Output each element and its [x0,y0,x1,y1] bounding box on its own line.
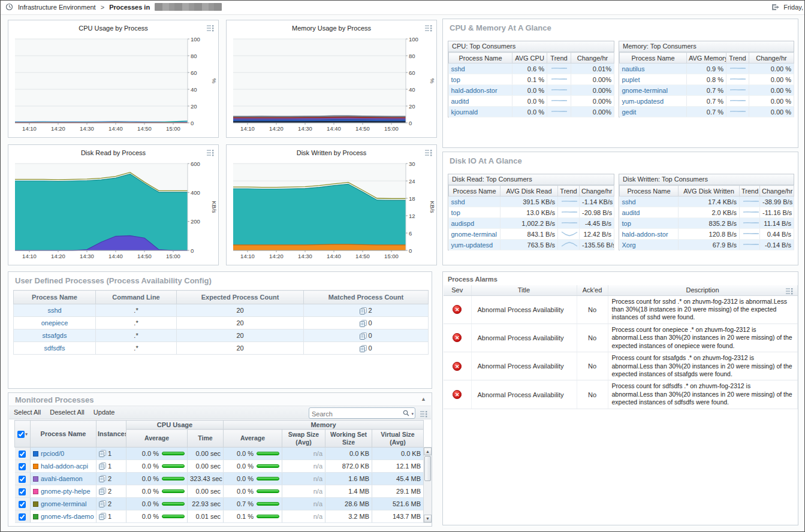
column-header[interactable]: AVG Disk Written [679,186,740,197]
column-header[interactable]: Command Line [96,291,177,304]
process-link[interactable]: yum-updatesd [622,98,664,105]
time-range-icon[interactable] [5,2,13,16]
customizer-icon[interactable] [424,149,432,158]
checkbox-caret-icon[interactable]: ▾ [25,432,28,436]
row-checkbox[interactable] [19,513,26,521]
row-checkbox[interactable] [19,488,26,495]
customizer-icon[interactable] [206,25,214,33]
avg-value: 0.0 % [512,96,547,107]
search-icon[interactable]: ▾ [402,409,414,419]
process-link[interactable]: auditd [622,209,640,216]
search-caret-icon[interactable]: ▾ [411,412,414,416]
column-header[interactable]: Process Name [620,53,687,64]
column-header[interactable]: Trend [558,186,580,197]
column-header[interactable]: Process Name [620,186,679,197]
process-link[interactable]: hald-addon-stor [622,231,668,238]
column-header[interactable]: Change/hr [571,53,614,64]
row-checkbox[interactable] [19,501,26,508]
column-header[interactable]: AVG Memory [687,53,726,64]
error-icon[interactable]: ✕ [453,390,462,399]
column-header[interactable]: Time [188,430,224,448]
process-link[interactable]: stsafgds [43,332,67,339]
column-header[interactable]: Working Set Size [325,430,372,448]
column-header[interactable]: AVG CPU [512,53,547,64]
search-input[interactable] [309,409,394,419]
process-link[interactable]: onepiece [41,319,68,327]
column-header[interactable]: Virtual Size (Avg) [372,430,424,448]
column-header[interactable]: Description [608,285,797,295]
process-link[interactable]: puplet [622,76,640,83]
error-icon[interactable]: ✕ [453,362,462,371]
scroll-up-button[interactable]: ▲ [424,448,432,455]
exit-icon[interactable] [771,2,780,16]
row-checkbox[interactable] [19,451,26,458]
process-link[interactable]: top [451,209,460,216]
column-header[interactable]: AVG Disk Read [501,186,558,197]
column-header[interactable]: Average [224,430,282,448]
details-icon[interactable] [360,307,367,315]
process-link[interactable]: hald-addon-stor [451,87,498,94]
process-link[interactable]: top [451,76,460,83]
breadcrumb-root[interactable]: Infrastructure Environment [18,4,96,11]
deselect-all-link[interactable]: Deselect All [50,409,84,416]
column-header[interactable]: Expected Process Count [177,291,304,304]
collapse-icon[interactable]: ▲ [421,396,426,402]
column-header[interactable]: Trend [740,186,760,197]
process-link[interactable]: gnome-pty-helpe [41,488,91,495]
vertical-scrollbar[interactable]: ▲ ▼ [423,447,432,523]
scroll-thumb[interactable] [424,456,431,481]
process-link[interactable]: kjournald [451,108,478,116]
column-header[interactable]: Process Name [449,53,512,64]
process-link[interactable]: yum-updatesd [451,241,493,249]
process-link[interactable]: rpciod/0 [41,450,64,457]
error-icon[interactable]: ✕ [453,333,462,342]
column-header[interactable]: Trend [547,53,571,64]
column-header[interactable]: Average [126,430,188,448]
column-header[interactable]: Process Name [449,186,501,197]
scroll-down-button[interactable]: ▼ [424,515,432,522]
select-all-link[interactable]: Select All [14,409,41,416]
column-header[interactable]: Title [471,285,577,295]
column-header[interactable]: Swap Size (Avg) [282,430,325,448]
process-link[interactable]: sshd [451,198,465,205]
column-header[interactable]: Trend [726,53,749,64]
process-link[interactable]: sshd [47,307,61,314]
customizer-icon[interactable] [424,25,432,33]
process-link[interactable]: sshd [451,65,465,72]
process-link[interactable]: audispd [451,220,475,227]
column-header[interactable]: Change/hr [760,186,794,197]
process-link[interactable]: gnome-terminal [41,500,86,507]
process-link[interactable]: gnome-terminal [622,87,668,94]
customizer-icon[interactable] [785,288,793,296]
column-header[interactable]: Ack'ed [577,285,608,295]
column-header[interactable]: Change/hr [749,53,794,64]
details-icon[interactable] [360,320,367,327]
process-link[interactable]: auditd [451,98,469,105]
column-header[interactable]: Process Name [31,421,97,448]
column-header[interactable]: Instances [97,421,126,448]
process-link[interactable]: gedit [622,108,637,116]
process-link[interactable]: sshd [622,198,636,205]
column-header[interactable]: Process Name [14,291,96,304]
update-link[interactable]: Update [94,409,114,416]
column-header[interactable]: Sev [444,285,471,295]
process-link[interactable]: gnome-terminal [451,231,497,238]
row-checkbox[interactable] [19,463,26,470]
error-icon[interactable]: ✕ [453,305,462,314]
process-link[interactable]: hald-addon-acpi [41,463,88,470]
process-link[interactable]: gnome-vfs-daemo [41,513,94,520]
process-link[interactable]: nautilus [622,65,645,72]
process-link[interactable]: sdfsdfs [44,344,65,352]
change-per-hour: 0.00% [571,107,614,117]
process-link[interactable]: Xorg [622,241,636,249]
header-checkbox[interactable] [17,431,25,438]
instances-count: 1 [108,513,111,520]
process-link[interactable]: top [622,220,631,227]
column-header[interactable]: Matched Process Count [304,291,429,304]
details-icon[interactable] [360,332,367,340]
details-icon[interactable] [360,345,367,352]
customizer-icon[interactable] [206,149,214,158]
column-header[interactable]: Change/hr [580,186,614,197]
row-checkbox[interactable] [19,476,26,483]
process-link[interactable]: avahi-daemon [41,475,83,482]
